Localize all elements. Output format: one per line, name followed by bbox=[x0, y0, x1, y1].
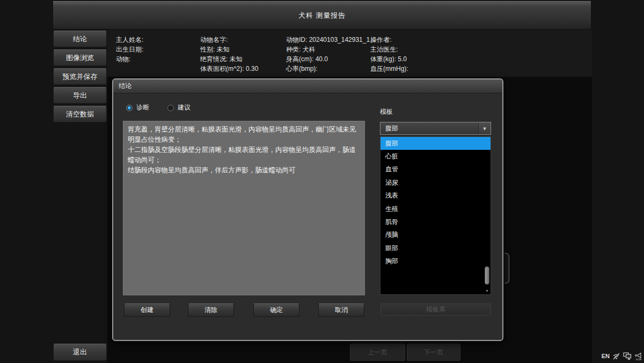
template-option[interactable]: 心脏 bbox=[380, 150, 491, 163]
sidebar-item[interactable]: 导出 bbox=[53, 87, 107, 104]
exit-button[interactable]: 退出 bbox=[53, 344, 107, 361]
template-option-label: 腹部 bbox=[385, 139, 398, 148]
patient-info-field: 种类: 犬科 bbox=[286, 45, 376, 54]
patient-info-field: 出生日期: bbox=[116, 45, 143, 54]
patient-info-field: 动物ID: 20240103_142931_1… bbox=[286, 35, 376, 45]
status-bar: EN DCM bbox=[603, 351, 643, 361]
sidebar-item-label: 预览并保存 bbox=[63, 72, 98, 82]
patient-info-panel: 主人姓名:出生日期:动物: 动物名字:性别: 未知绝育情况: 未知体表面积(m^… bbox=[107, 30, 592, 77]
patient-info-field: 体重(kg): 5.0 bbox=[370, 54, 408, 64]
network-off-icon bbox=[612, 352, 620, 360]
patient-info-col2: 动物名字:性别: 未知绝育情况: 未知体表面积(m^2): 0.30 bbox=[200, 35, 258, 74]
template-option[interactable]: 泌尿 bbox=[380, 176, 491, 189]
language-indicator[interactable]: EN bbox=[602, 353, 610, 359]
patient-info-field: 身高(cm): 40.0 bbox=[286, 54, 376, 64]
sidebar-item-label: 图像浏览 bbox=[66, 53, 94, 63]
chevron-down-icon[interactable]: ▾ bbox=[478, 122, 491, 134]
page-title: 犬科 测量报告 bbox=[298, 11, 346, 20]
radio-icon[interactable] bbox=[167, 105, 174, 111]
template-option-label: 心脏 bbox=[385, 152, 398, 161]
dialog-title: 结论 bbox=[119, 82, 131, 91]
template-option-label: 颅脑 bbox=[385, 230, 398, 239]
dialog-action-button[interactable]: 创建 bbox=[124, 303, 170, 317]
conclusion-textarea[interactable]: 胃充盈，胃壁分层清晰，粘膜表面光滑，内容物呈均质高回声，幽门区域未见明显占位性病… bbox=[123, 121, 365, 295]
template-option-label: 泌尿 bbox=[385, 178, 398, 187]
svg-text:DCM: DCM bbox=[636, 358, 642, 361]
patient-info-field: 心率(bmp): bbox=[286, 64, 376, 74]
template-option[interactable]: 胸部 bbox=[380, 255, 491, 268]
template-option-label: 血管 bbox=[385, 165, 398, 174]
patient-info-field: 动物名字: bbox=[200, 35, 258, 45]
sidebar-item-label: 导出 bbox=[73, 91, 87, 100]
patient-info-field: 性别: 未知 bbox=[200, 45, 258, 54]
sidebar-item-label: 结论 bbox=[73, 34, 87, 44]
dialog-action-label: 创建 bbox=[141, 306, 153, 315]
prev-page-button[interactable]: 上一页 bbox=[350, 344, 405, 361]
dialog-action-button[interactable]: 清除 bbox=[188, 303, 234, 317]
patient-info-field: 主人姓名: bbox=[116, 35, 143, 45]
template-label: 模板 bbox=[380, 107, 393, 117]
template-dropdown-value: 腹部 bbox=[385, 124, 398, 133]
prev-page-label: 上一页 bbox=[368, 348, 387, 357]
radio-option[interactable]: 建议 bbox=[167, 103, 191, 112]
dialog-action-label: 取消 bbox=[335, 306, 348, 315]
sidebar-item[interactable]: 清空数据 bbox=[53, 106, 107, 122]
patient-info-field: 动物: bbox=[116, 54, 143, 64]
dicom-icon: DCM bbox=[634, 352, 643, 360]
radio-option[interactable]: 诊断 bbox=[126, 103, 149, 112]
template-option[interactable]: 血管 bbox=[380, 163, 491, 176]
sidebar-item[interactable]: 图像浏览 bbox=[53, 49, 107, 66]
exit-button-label: 退出 bbox=[73, 347, 87, 357]
display-disconnected-icon bbox=[623, 352, 632, 360]
template-library-button[interactable]: 模板库 bbox=[380, 303, 491, 316]
dialog-titlebar[interactable]: 结论 bbox=[113, 79, 502, 93]
sidebar-item[interactable]: 预览并保存 bbox=[53, 68, 107, 85]
scrollbar-down-icon[interactable]: ▾ bbox=[485, 288, 489, 294]
template-option[interactable]: 腹部 bbox=[380, 137, 491, 150]
template-option-label: 生殖 bbox=[385, 205, 398, 214]
window-titlebar: 犬科 测量报告 bbox=[53, 1, 591, 30]
template-option[interactable]: 生殖 bbox=[380, 202, 491, 215]
template-option-label: 胸部 bbox=[385, 257, 398, 266]
dialog-action-label: 确定 bbox=[270, 306, 283, 315]
template-options-list: 腹部 心脏 血管 泌尿 浅表 生殖 bbox=[380, 136, 491, 295]
sidebar-item[interactable]: 结论 bbox=[53, 31, 107, 47]
sidebar-item-label: 清空数据 bbox=[66, 110, 94, 119]
patient-info-field: 操作者: bbox=[370, 35, 408, 45]
conclusion-dialog: 结论 诊断 建议 胃充盈，胃壁分层清晰，粘膜表面光滑，内容物呈均质高回声，幽门区… bbox=[112, 78, 503, 341]
template-option[interactable]: 肌骨 bbox=[380, 215, 491, 228]
patient-info-field: 血压(mmHg): bbox=[370, 64, 408, 74]
radio-label: 诊断 bbox=[136, 103, 149, 112]
radio-label: 建议 bbox=[178, 103, 191, 112]
patient-info-col1: 主人姓名:出生日期:动物: bbox=[116, 35, 143, 64]
template-option[interactable]: 颅脑 bbox=[380, 229, 491, 242]
patient-info-field: 主治医生: bbox=[370, 45, 408, 54]
patient-info-col3: 动物ID: 20240103_142931_1…种类: 犬科身高(cm): 40… bbox=[286, 35, 376, 74]
template-option[interactable]: 眼部 bbox=[380, 242, 491, 255]
next-page-label: 下一页 bbox=[424, 348, 443, 357]
next-page-button[interactable]: 下一页 bbox=[407, 344, 460, 361]
conclusion-type-radios: 诊断 建议 bbox=[126, 103, 191, 112]
scrollbar-thumb[interactable] bbox=[485, 266, 489, 285]
dialog-action-button[interactable]: 取消 bbox=[318, 303, 364, 317]
dialog-action-label: 清除 bbox=[204, 306, 217, 315]
dialog-action-button[interactable]: 确定 bbox=[253, 303, 299, 317]
template-option-label: 眼部 bbox=[385, 244, 398, 253]
patient-info-col4: 操作者:主治医生:体重(kg): 5.0血压(mmHg): bbox=[370, 35, 408, 74]
patient-info-field: 绝育情况: 未知 bbox=[200, 54, 258, 64]
patient-info-field: 体表面积(m^2): 0.30 bbox=[200, 64, 258, 74]
template-dropdown[interactable]: 腹部 ▾ bbox=[380, 122, 491, 135]
template-option-label: 浅表 bbox=[385, 191, 398, 200]
template-option-label: 肌骨 bbox=[385, 217, 398, 227]
template-option[interactable]: 浅表 bbox=[380, 190, 491, 202]
radio-icon[interactable] bbox=[126, 105, 133, 111]
